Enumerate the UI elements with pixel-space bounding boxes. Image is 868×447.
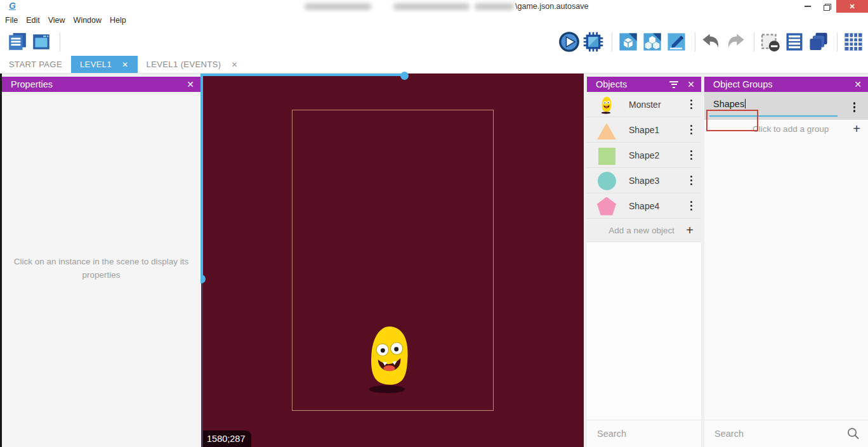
tab-label: LEVEL1 (EVENTS) (147, 60, 221, 69)
close-tab-icon[interactable]: ✕ (232, 60, 238, 69)
add-object-label: Add a new object (597, 226, 686, 235)
close-button[interactable]: ✕ (836, 0, 868, 13)
search-icon (846, 427, 860, 441)
close-panel-icon[interactable]: ✕ (187, 79, 194, 89)
objects-search-input[interactable] (597, 429, 716, 439)
deselect-instances-icon[interactable] (760, 31, 781, 53)
debug-icon[interactable] (582, 31, 604, 53)
object-name: Shape3 (616, 176, 687, 186)
menu-view[interactable]: View (48, 16, 72, 25)
object-name: Monster (616, 100, 687, 110)
add-object-button[interactable]: Add a new object + (587, 219, 701, 242)
object-row-shape3[interactable]: Shape3 (587, 168, 701, 193)
toolbar-divider (837, 32, 838, 51)
scene-canvas[interactable]: 1580;287 (203, 74, 584, 447)
objects-empty-area (587, 242, 701, 420)
group-menu-icon[interactable] (850, 100, 860, 115)
objects-panel: Objects ✕ Monster Shape1 Shape2 Shape3 (587, 77, 701, 447)
group-edit-row[interactable]: Shapes (704, 92, 868, 120)
object-row-shape4[interactable]: Shape4 (587, 193, 701, 219)
start-page-window-icon[interactable] (30, 31, 52, 53)
object-groups-header: Object Groups ✕ (704, 77, 868, 92)
filter-icon[interactable] (669, 81, 678, 88)
object-name: Shape4 (616, 201, 687, 211)
undo-icon[interactable] (700, 31, 722, 53)
layers-icon[interactable] (808, 31, 829, 53)
project-manager-icon[interactable] (6, 31, 28, 53)
object-name: Shape2 (616, 150, 687, 160)
menu-file[interactable]: File (5, 16, 25, 25)
menu-edit[interactable]: Edit (26, 16, 47, 25)
objects-search-bar (587, 420, 701, 447)
objects-header: Objects ✕ (587, 77, 701, 92)
object-groups-editor-icon[interactable] (641, 31, 663, 53)
play-icon[interactable] (558, 31, 580, 53)
selection-handle-top[interactable] (400, 72, 409, 80)
grid-icon[interactable] (843, 31, 864, 53)
close-panel-icon[interactable]: ✕ (854, 79, 862, 89)
object-name: Shape1 (616, 125, 687, 135)
panel-title: Object Groups (713, 79, 848, 89)
plus-icon: + (686, 223, 694, 238)
editor-tab-bar: START PAGE LEVEL1 ✕ LEVEL1 (EVENTS) ✕ (0, 56, 868, 74)
instances-list-icon[interactable] (784, 31, 805, 53)
gdevelop-logo-icon: G (9, 1, 16, 11)
group-name-input[interactable]: Shapes (713, 99, 746, 109)
object-row-monster[interactable]: Monster (587, 92, 701, 117)
annotation-red-box (706, 110, 758, 131)
properties-header: Properties ✕ (2, 77, 201, 92)
edit-scene-icon[interactable] (666, 31, 687, 53)
tab-level1-events[interactable]: LEVEL1 (EVENTS) ✕ (138, 56, 247, 73)
object-menu-icon[interactable] (687, 173, 697, 188)
menu-bar: File Edit View Window Help (0, 13, 868, 28)
object-menu-icon[interactable] (687, 198, 697, 214)
toolbar-divider (60, 32, 60, 51)
restore-icon (824, 4, 830, 10)
objects-editor-icon[interactable] (617, 31, 639, 53)
window-title: \game.json.autosave (515, 2, 588, 11)
selection-edge-top[interactable] (203, 74, 405, 76)
groups-empty-area (704, 138, 868, 420)
monster-instance[interactable] (367, 325, 412, 394)
toolbar-divider (754, 32, 754, 51)
monster-thumbnail (597, 95, 616, 114)
title-bar: G \game.json.autosave ✕ (0, 0, 868, 13)
main-toolbar: 1:1 (0, 28, 868, 56)
menu-help[interactable]: Help (110, 16, 133, 25)
object-menu-icon[interactable] (687, 97, 697, 112)
pentagon-thumbnail (597, 197, 616, 216)
object-menu-icon[interactable] (687, 148, 697, 163)
groups-search-bar (704, 420, 868, 447)
window-controls: ✕ (798, 0, 868, 13)
gdevelop-window: G \game.json.autosave ✕ File Edit View W… (0, 0, 868, 447)
toolbar-divider (695, 32, 695, 51)
selection-edge-left[interactable] (201, 74, 203, 279)
close-panel-icon[interactable]: ✕ (687, 79, 695, 89)
plus-icon: + (853, 122, 860, 136)
panel-title: Properties (11, 79, 180, 89)
minimize-button[interactable] (798, 0, 817, 13)
tab-start-page[interactable]: START PAGE (0, 56, 71, 73)
tab-level1[interactable]: LEVEL1 ✕ (71, 56, 138, 73)
object-row-shape1[interactable]: Shape1 (587, 117, 701, 143)
redacted-title-segment (475, 3, 514, 10)
object-menu-icon[interactable] (687, 122, 697, 138)
circle-thumbnail (597, 171, 616, 190)
properties-hint: Click on an instance in the scene to dis… (9, 256, 194, 282)
object-groups-panel: Object Groups ✕ Shapes Click to add a gr… (704, 77, 868, 447)
toolbar-divider (612, 32, 612, 51)
properties-body: Click on an instance in the scene to dis… (2, 92, 201, 447)
menu-window[interactable]: Window (74, 16, 109, 25)
close-tab-icon[interactable]: ✕ (122, 60, 128, 69)
square-thumbnail (597, 146, 616, 165)
object-row-shape2[interactable]: Shape2 (587, 143, 701, 168)
restore-button[interactable] (817, 0, 836, 13)
panel-title: Objects (596, 79, 669, 89)
triangle-thumbnail (597, 120, 616, 139)
cursor-coordinates: 1580;287 (203, 431, 251, 447)
properties-panel: Properties ✕ Click on an instance in the… (2, 77, 201, 447)
groups-search-input[interactable] (714, 429, 846, 439)
redacted-title-segment (305, 3, 371, 10)
tab-label: LEVEL1 (80, 60, 112, 69)
redo-icon[interactable] (725, 31, 746, 53)
